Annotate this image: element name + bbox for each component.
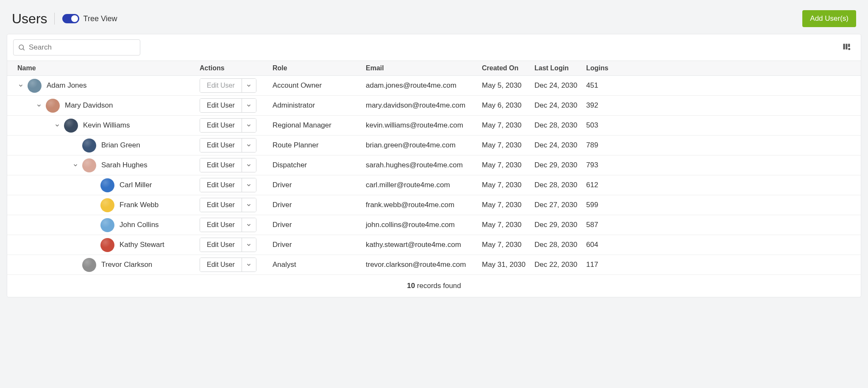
table-row: Mary DavidsonEdit UserAdministratormary.…	[7, 96, 861, 116]
edit-user-button[interactable]: Edit User	[200, 218, 242, 232]
user-name: John Collins	[120, 221, 159, 229]
role-cell: Driver	[268, 241, 362, 249]
actions-cell: Edit User	[195, 258, 268, 272]
name-cell: Trevor Clarkson	[7, 255, 195, 274]
logins-cell: 604	[582, 241, 633, 249]
avatar	[46, 99, 60, 113]
email-cell: kevin.williams@route4me.com	[362, 121, 478, 130]
table-row: Carl MillerEdit UserDrivercarl.miller@ro…	[7, 175, 861, 195]
edit-user-dropdown[interactable]	[242, 258, 256, 272]
created-cell: May 6, 2030	[478, 101, 530, 110]
edit-user-dropdown[interactable]	[242, 218, 256, 232]
logins-cell: 599	[582, 201, 633, 209]
table-row: Sarah HughesEdit UserDispatchersarah.hug…	[7, 155, 861, 175]
avatar	[64, 119, 78, 133]
search-input[interactable]	[29, 43, 136, 52]
edit-user-dropdown[interactable]	[242, 79, 256, 92]
users-panel: Name Actions Role Email Created On Last …	[7, 34, 861, 297]
svg-line-1	[23, 49, 24, 50]
avatar	[100, 238, 114, 252]
expand-icon[interactable]	[17, 82, 24, 89]
role-cell: Driver	[268, 201, 362, 209]
created-cell: May 7, 2030	[478, 121, 530, 130]
edit-user-dropdown[interactable]	[242, 238, 256, 252]
name-cell: Kevin Williams	[7, 116, 195, 135]
col-header-email[interactable]: Email	[362, 64, 478, 72]
created-cell: May 7, 2030	[478, 241, 530, 249]
created-cell: May 7, 2030	[478, 141, 530, 150]
edit-user-button[interactable]: Edit User	[200, 258, 242, 272]
name-cell: Adam Jones	[7, 76, 195, 95]
email-cell: brian.green@route4me.com	[362, 141, 478, 150]
records-label: records found	[415, 282, 461, 290]
col-header-logins[interactable]: Logins	[582, 64, 633, 72]
edit-user-dropdown[interactable]	[242, 99, 256, 112]
lastlogin-cell: Dec 24, 2030	[530, 141, 582, 150]
name-cell: Mary Davidson	[7, 96, 195, 115]
logins-cell: 117	[582, 261, 633, 269]
avatar	[100, 218, 114, 232]
tree-view-label: Tree View	[83, 14, 117, 23]
actions-cell: Edit User	[195, 178, 268, 192]
edit-user-button[interactable]: Edit User	[200, 178, 242, 192]
logins-cell: 789	[582, 141, 633, 150]
svg-rect-3	[846, 44, 847, 49]
edit-user-button[interactable]: Edit User	[200, 99, 242, 112]
edit-user-dropdown[interactable]	[242, 158, 256, 172]
name-cell: Sarah Hughes	[7, 155, 195, 175]
user-name: Kathy Stewart	[120, 241, 164, 249]
name-cell: Carl Miller	[7, 175, 195, 195]
actions-cell: Edit User	[195, 158, 268, 172]
svg-rect-2	[843, 44, 845, 49]
search-input-wrap[interactable]	[13, 39, 140, 55]
edit-user-button[interactable]: Edit User	[200, 119, 242, 132]
user-name: Carl Miller	[120, 181, 152, 189]
col-header-lastlogin[interactable]: Last Login	[530, 64, 582, 72]
expand-icon[interactable]	[54, 122, 61, 129]
expand-icon[interactable]	[36, 102, 42, 109]
edit-user-dropdown[interactable]	[242, 119, 256, 132]
avatar	[100, 178, 114, 192]
col-header-created[interactable]: Created On	[478, 64, 530, 72]
actions-cell: Edit User	[195, 238, 268, 252]
lastlogin-cell: Dec 24, 2030	[530, 81, 582, 90]
columns-settings-icon[interactable]	[842, 42, 851, 53]
email-cell: adam.jones@route4me.com	[362, 81, 478, 90]
edit-user-button[interactable]: Edit User	[200, 198, 242, 212]
actions-cell: Edit User	[195, 198, 268, 212]
logins-cell: 612	[582, 181, 633, 189]
records-count: 10	[407, 282, 415, 290]
tree-view-toggle[interactable]	[62, 14, 79, 23]
edit-user-dropdown[interactable]	[242, 198, 256, 212]
edit-user-dropdown[interactable]	[242, 178, 256, 192]
avatar	[82, 158, 96, 172]
expand-icon[interactable]	[72, 162, 79, 169]
col-header-actions[interactable]: Actions	[195, 64, 268, 72]
created-cell: May 7, 2030	[478, 221, 530, 229]
actions-cell: Edit User	[195, 118, 268, 133]
user-name: Adam Jones	[47, 81, 87, 90]
edit-user-dropdown[interactable]	[242, 139, 256, 152]
edit-user-button[interactable]: Edit User	[200, 158, 242, 172]
edit-user-button[interactable]: Edit User	[200, 139, 242, 152]
created-cell: May 7, 2030	[478, 161, 530, 169]
user-name: Brian Green	[101, 141, 140, 150]
user-name: Sarah Hughes	[101, 161, 147, 169]
edit-user-button[interactable]: Edit User	[200, 238, 242, 252]
created-cell: May 7, 2030	[478, 201, 530, 209]
email-cell: john.collins@route4me.com	[362, 221, 478, 229]
role-cell: Account Owner	[268, 81, 362, 90]
email-cell: mary.davidson@route4me.com	[362, 101, 478, 110]
actions-cell: Edit User	[195, 78, 268, 93]
lastlogin-cell: Dec 28, 2030	[530, 121, 582, 130]
col-header-role[interactable]: Role	[268, 64, 362, 72]
email-cell: frank.webb@route4me.com	[362, 201, 478, 209]
actions-cell: Edit User	[195, 98, 268, 113]
svg-point-0	[19, 45, 24, 50]
col-header-name[interactable]: Name	[7, 64, 195, 72]
lastlogin-cell: Dec 28, 2030	[530, 181, 582, 189]
add-user-button[interactable]: Add User(s)	[802, 10, 856, 27]
svg-point-5	[848, 48, 850, 50]
table-body: Adam JonesEdit UserAccount Owneradam.jon…	[7, 76, 861, 275]
lastlogin-cell: Dec 29, 2030	[530, 221, 582, 229]
